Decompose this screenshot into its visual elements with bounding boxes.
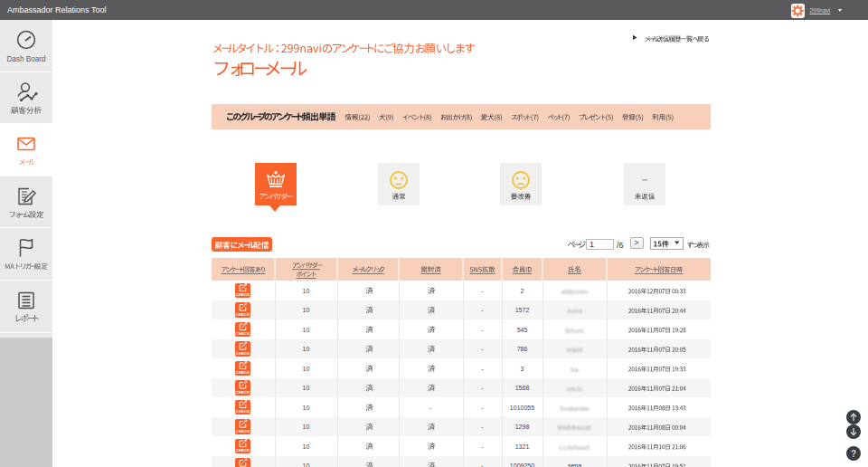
svg-text:?: ? xyxy=(851,449,856,459)
